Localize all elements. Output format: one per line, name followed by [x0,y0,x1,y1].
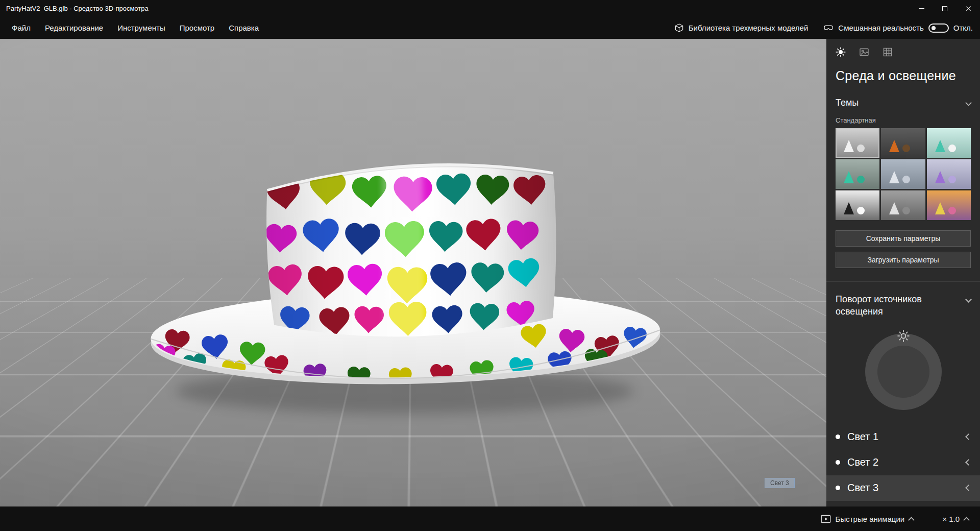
panel-title: Среда и освещение [836,68,971,83]
menu-help[interactable]: Справка [222,17,266,39]
tab-background[interactable] [859,47,869,57]
theme-thumbnail-6[interactable] [927,159,971,189]
theme-thumbnail-3[interactable] [927,128,971,158]
grid-icon [883,47,893,57]
theme-sphere [948,144,956,152]
window-controls [910,0,980,17]
theme-thumbnail-2[interactable] [881,128,925,158]
chevron-down-icon [965,100,972,106]
menubar-right: Библиотека трехмерных моделей Смешанная … [674,23,980,33]
theme-thumbnail-7[interactable] [836,190,879,220]
panel-tabs [836,39,971,57]
light-row-2[interactable]: Свет 2 [826,450,980,475]
menu-file[interactable]: Файл [5,17,38,39]
theme-thumbnail-4[interactable] [836,159,879,189]
sun-icon [836,47,846,57]
theme-cone [844,202,854,214]
theme-cone [844,140,854,152]
theme-sphere [948,207,956,214]
themes-section-header[interactable]: Темы [836,98,971,108]
lights-list: Свет 1 Свет 2 Свет 3 [826,424,980,501]
light3-tooltip: Свет 3 [765,478,795,488]
theme-sphere [857,207,865,214]
chevron-down-icon [965,296,972,303]
theme-sphere [902,144,910,152]
chevron-left-icon [965,459,972,466]
light-on-bullet [836,435,840,439]
theme-cone [844,171,854,183]
3d-library-cube-icon [674,23,684,33]
light-row-1[interactable]: Свет 1 [826,424,980,450]
ground-grid [0,39,826,278]
chevron-left-icon [965,433,972,440]
animation-speed-button[interactable]: × 1.0 [942,515,969,523]
mixed-reality-label: Смешанная реальность [838,23,923,32]
light-on-bullet [836,486,840,490]
light-rotation-header[interactable]: Поворот источников освещения [836,293,971,318]
maximize-button[interactable] [933,0,957,17]
titlebar: PartyHatV2_GLB.glb - Средство 3D-просмот… [0,0,980,17]
light-rotation-dial[interactable] [865,333,942,410]
load-settings-button[interactable]: Загрузить параметры [836,252,971,268]
theme-thumbnail-5[interactable] [881,159,925,189]
theme-grid [836,128,971,220]
mixed-reality-state: Откл. [953,23,973,32]
tab-grid[interactable] [883,47,893,57]
theme-sphere [857,144,865,152]
animations-icon [821,515,831,523]
theme-sphere [902,207,910,214]
themes-label: Темы [836,98,859,108]
menu-items: Файл Редактирование Инструменты Просмотр… [0,17,266,39]
section-divider [826,281,980,282]
menu-edit[interactable]: Редактирование [38,17,110,39]
mixed-reality-control: Смешанная реальность Откл. [823,23,973,33]
mixed-reality-icon [823,23,834,33]
menubar: Файл Редактирование Инструменты Просмотр… [0,17,980,39]
sun-handle-icon [897,329,910,343]
light-on-bullet [836,460,840,465]
viewport-3d[interactable]: Свет 3 [0,39,826,506]
lighting-panel: Среда и освещение Темы Стандартная Сохра… [826,39,980,506]
light-label: Свет 2 [847,456,878,468]
animation-speed-value: × 1.0 [942,515,960,523]
close-button[interactable] [957,0,980,17]
minimize-icon [919,8,924,9]
theme-cone [889,171,899,183]
theme-cone [889,140,899,152]
quick-animations-label: Быстрые анимации [836,515,905,523]
horizon-fade [0,278,826,334]
main-content: Свет 3 [0,39,980,506]
close-icon [965,6,971,12]
theme-cone [935,140,945,152]
dial-inner [877,346,929,398]
toggle-knob [932,26,936,30]
theme-cone [889,202,899,214]
menu-view[interactable]: Просмотр [173,17,222,39]
bottombar: Быстрые анимации × 1.0 [0,506,980,531]
model-library-button[interactable]: Библиотека трехмерных моделей [674,23,808,33]
chevron-up-icon [963,517,970,523]
3d-viewer-window: PartyHatV2_GLB.glb - Средство 3D-просмот… [0,0,980,531]
theme-cone [935,171,945,183]
mixed-reality-toggle[interactable] [928,23,949,33]
tab-environment-lighting[interactable] [836,47,846,57]
menu-tools[interactable]: Инструменты [110,17,173,39]
save-settings-button[interactable]: Сохранить параметры [836,230,971,247]
theme-sphere [857,176,865,183]
theme-thumbnail-1[interactable] [836,128,879,158]
theme-thumbnail-8[interactable] [881,190,925,220]
chevron-left-icon [965,485,972,491]
quick-animations-button[interactable]: Быстрые анимации [821,515,914,523]
light-rotation-label: Поворот источников освещения [836,293,942,318]
theme-group-label: Стандартная [836,116,971,124]
light-label: Свет 3 [847,482,878,494]
maximize-icon [942,6,947,11]
window-title: PartyHatV2_GLB.glb - Средство 3D-просмот… [0,5,910,12]
minimize-button[interactable] [910,0,933,17]
picture-icon [859,47,869,57]
theme-thumbnail-9[interactable] [927,190,971,220]
theme-cone [935,202,945,214]
theme-sphere [902,176,910,183]
dial-ring [865,333,942,410]
light-row-3[interactable]: Свет 3 [826,475,980,501]
